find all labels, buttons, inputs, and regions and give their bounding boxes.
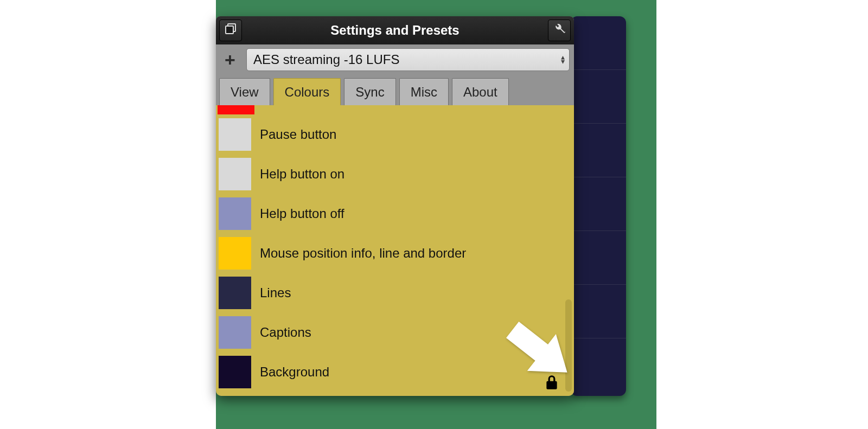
tab-label: About (463, 85, 497, 100)
colour-swatch[interactable] (218, 355, 252, 389)
background-panel (571, 16, 626, 396)
colours-panel: Pause buttonHelp button onHelp button of… (216, 105, 574, 396)
colour-swatch[interactable] (218, 117, 252, 152)
background-panel-row (571, 124, 626, 177)
colour-row: Captions (216, 312, 562, 352)
colour-label: Captions (260, 325, 311, 340)
background-panel-row (571, 338, 626, 392)
window-tools-button[interactable] (548, 20, 571, 41)
background-panel-row (571, 231, 626, 285)
colour-label: Background (260, 364, 329, 380)
tab-label: Misc (411, 85, 437, 100)
colour-row: Pause button (216, 114, 562, 154)
window-stack-icon (224, 22, 237, 39)
colour-label: Help button on (260, 167, 344, 182)
scrollbar-thumb[interactable] (565, 299, 572, 392)
colours-list: Pause buttonHelp button onHelp button of… (216, 105, 562, 396)
tab-sync[interactable]: Sync (344, 78, 395, 105)
colour-swatch[interactable] (218, 157, 252, 191)
preset-select[interactable]: AES streaming -16 LUFS ▴▾ (246, 48, 570, 71)
titlebar: Settings and Presets (216, 16, 574, 44)
tab-misc[interactable]: Misc (399, 78, 449, 105)
preset-selected-label: AES streaming -16 LUFS (253, 52, 399, 67)
colour-row: Lines (216, 273, 562, 312)
colour-label: Lines (260, 285, 291, 300)
settings-window: Settings and Presets + AES streaming -16… (216, 16, 574, 396)
background-panel-row (571, 177, 626, 231)
preset-bar: + AES streaming -16 LUFS ▴▾ (216, 44, 574, 75)
lock-icon (545, 374, 559, 393)
tab-about[interactable]: About (452, 78, 509, 105)
tab-bar: ViewColoursSyncMiscAbout (216, 75, 574, 105)
svg-rect-1 (226, 26, 233, 34)
colour-swatch[interactable] (218, 236, 252, 271)
window-title: Settings and Presets (330, 23, 459, 38)
tab-label: View (231, 85, 259, 100)
window-list-button[interactable] (219, 20, 242, 41)
colour-swatch[interactable] (218, 315, 252, 350)
background-panel-row (571, 285, 626, 338)
colour-label: Help button off (260, 206, 344, 221)
background-panel-row (571, 70, 626, 124)
colour-row: Help button off (216, 194, 562, 233)
colour-label: Mouse position info, line and border (260, 246, 466, 261)
colour-swatch-partial[interactable] (218, 105, 254, 114)
wrench-icon (553, 22, 566, 39)
tab-view[interactable]: View (219, 78, 270, 105)
colour-swatch[interactable] (218, 196, 252, 231)
colour-row: Background (216, 352, 562, 392)
tab-label: Sync (355, 85, 384, 100)
colour-label: Pause button (260, 127, 336, 142)
tab-label: Colours (285, 85, 330, 100)
colour-row: Mouse position info, line and border (216, 233, 562, 273)
plus-icon: + (225, 50, 235, 69)
background-panel-row (571, 16, 626, 70)
tab-colours[interactable]: Colours (273, 78, 341, 105)
colour-row: Help button on (216, 154, 562, 194)
select-stepper-icon: ▴▾ (561, 55, 565, 63)
add-preset-button[interactable]: + (218, 48, 242, 72)
lock-button[interactable] (544, 374, 560, 393)
colour-swatch[interactable] (218, 276, 252, 310)
